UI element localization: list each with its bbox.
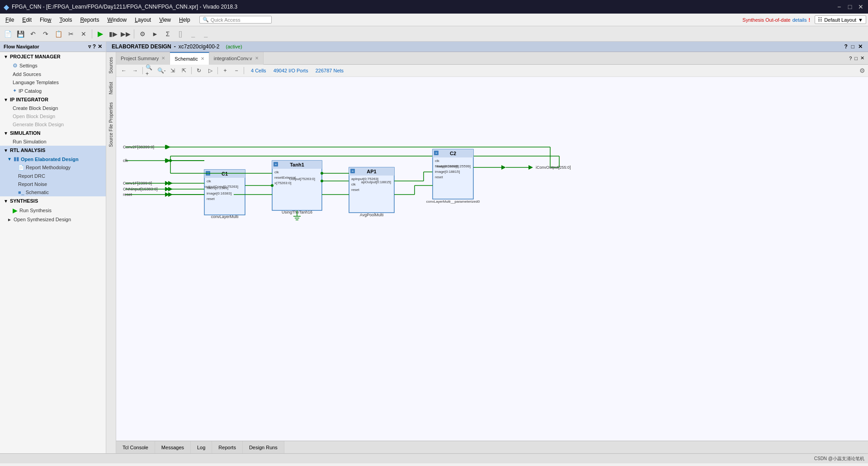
design-close-icon[interactable]: ✕ [858, 43, 863, 50]
svg-text:iConvOutput[255:0]: iConvOutput[255:0] [536, 165, 571, 170]
undo-button[interactable]: ↶ [27, 28, 39, 40]
menu-view[interactable]: View [156, 16, 175, 24]
tab-project-summary[interactable]: Project Summary ✕ [116, 52, 170, 65]
nav-pin-icon[interactable]: ▿ [88, 43, 91, 50]
program-button[interactable]: ► [149, 28, 161, 40]
cut-button[interactable]: ✂ [65, 28, 77, 40]
schematic-gear-btn[interactable]: ⚙ [859, 67, 865, 74]
nav-create-block-design[interactable]: Create Block Design [0, 104, 106, 112]
nav-report-methodology[interactable]: 📄 Report Methodology [0, 163, 106, 172]
sch-zoom-out-btn[interactable]: 🔍- [156, 66, 166, 76]
search-box[interactable]: 🔍 Quick Access [199, 16, 272, 24]
section-rtl-label: RTL ANALYSIS [10, 147, 45, 153]
bottom-tab-reports[interactable]: Reports [212, 441, 243, 454]
nav-settings[interactable]: ⚙ Settings [0, 61, 106, 70]
tab-close-icon[interactable]: ✕ [860, 55, 864, 61]
nav-open-block-design[interactable]: Open Block Design [0, 112, 106, 120]
menu-tools[interactable]: Tools [56, 16, 75, 24]
tab-schematic-close[interactable]: ✕ [201, 56, 204, 61]
nav-report-drc[interactable]: Report DRC [0, 172, 106, 180]
warning-text: Synthesis Out-of-date [742, 17, 790, 23]
vtab-sources[interactable]: Sources [107, 54, 115, 77]
sch-fit-btn[interactable]: ⇲ [168, 66, 178, 76]
sch-back-btn[interactable]: ← [119, 66, 129, 76]
menu-help[interactable]: Help [175, 16, 194, 24]
section-synth-label: SYNTHESIS [10, 198, 38, 204]
bottom-tab-reports-label: Reports [218, 445, 236, 450]
step-button[interactable]: ▮▶ [107, 28, 119, 40]
nav-add-sources[interactable]: Add Sources [0, 70, 106, 78]
menu-reports[interactable]: Reports [76, 16, 103, 24]
nav-help-icon[interactable]: ? [93, 43, 96, 50]
run-button[interactable]: ▶ [94, 28, 106, 40]
stat-cells[interactable]: 4 Cells [251, 68, 266, 73]
tab-schematic[interactable]: Schematic ✕ [170, 52, 209, 65]
stat-nets[interactable]: 226787 Nets [316, 68, 344, 73]
menu-layout[interactable]: Layout [131, 16, 155, 24]
section-project-manager[interactable]: ▼ PROJECT MANAGER [0, 52, 106, 61]
maximize-button[interactable]: □ [846, 3, 854, 10]
tab-expand-icon[interactable]: □ [854, 56, 858, 61]
minimize-button[interactable]: − [835, 3, 843, 10]
nav-ip-catalog[interactable]: ✦ IP Catalog [0, 86, 106, 95]
sch-forward-btn[interactable]: → [130, 66, 140, 76]
sch-expand-btn[interactable]: ⇱ [179, 66, 189, 76]
redo-button[interactable]: ↷ [40, 28, 52, 40]
run-synthesis-icon: ▶ [13, 207, 18, 214]
nav-run-synthesis-label: Run Synthesis [19, 208, 52, 213]
content-area: Sources Netlist Source File Properties P… [106, 52, 868, 453]
tab-integrationconv[interactable]: integrationConv.v ✕ [209, 52, 264, 65]
bottom-tab-messages[interactable]: Messages [155, 441, 191, 454]
section-ip-integrator[interactable]: ▼ IP INTEGRATOR [0, 95, 106, 104]
delete-button[interactable]: ✕ [78, 28, 90, 40]
menu-file[interactable]: File [2, 16, 18, 24]
new-button[interactable]: 📄 [2, 28, 14, 40]
tcl-button[interactable]: [] [175, 28, 186, 40]
schematic-canvas[interactable]: C1 + clk filters[0:2399] image[0:16383] … [116, 77, 868, 441]
layout-dropdown[interactable]: ☷ Default Layout ▼ [815, 15, 866, 24]
tab-help-icon[interactable]: ? [849, 56, 852, 61]
sigma-button[interactable]: Σ [162, 28, 174, 40]
section-rtl-analysis[interactable]: ▼ RTL ANALYSIS [0, 146, 106, 155]
nav-report-noise[interactable]: Report Noise [0, 180, 106, 188]
sch-refresh-btn[interactable]: ↻ [194, 66, 204, 76]
section-synthesis[interactable]: ▼ SYNTHESIS [0, 196, 106, 205]
stat-ports[interactable]: 49042 I/O Ports [274, 68, 308, 73]
tab-integrationconv-close[interactable]: ✕ [255, 56, 259, 61]
step-over-button[interactable]: ▶▶ [120, 28, 132, 40]
nav-language-templates[interactable]: Language Templates [0, 78, 106, 86]
sch-add-btn[interactable]: + [220, 66, 230, 76]
sch-minus-btn[interactable]: − [231, 66, 241, 76]
sch-nav-btn[interactable]: ▷ [205, 66, 215, 76]
design-help-icon[interactable]: ? [844, 43, 847, 50]
details-link[interactable]: details [793, 17, 807, 23]
nav-run-simulation[interactable]: Run Simulation [0, 138, 106, 146]
generate-button[interactable]: ⚙ [137, 28, 148, 40]
sch-zoom-in-btn[interactable]: 🔍+ [145, 66, 155, 76]
svg-text:convLayerMulti__parameterized0: convLayerMulti__parameterized0 [426, 200, 480, 204]
nav-open-elaborated-design[interactable]: ▼ ▮▮ Open Elaborated Design [0, 155, 106, 163]
svg-text:Conv2F[38399:0]: Conv2F[38399:0] [123, 145, 154, 149]
save-button[interactable]: 💾 [14, 28, 26, 40]
nav-close-icon[interactable]: ✕ [98, 43, 102, 50]
section-simulation[interactable]: ▼ SIMULATION [0, 128, 106, 138]
more-btn2[interactable]: ⎯ [200, 28, 212, 40]
vtab-source-file-props[interactable]: Source File Properties [107, 99, 115, 150]
copy-button[interactable]: 📋 [52, 28, 64, 40]
menu-edit[interactable]: Edit [19, 16, 35, 24]
bottom-tab-design-runs[interactable]: Design Runs [243, 441, 284, 454]
tab-project-summary-close[interactable]: ✕ [161, 56, 165, 61]
bottom-tab-log[interactable]: Log [191, 441, 212, 454]
bottom-tab-tcl-console[interactable]: Tcl Console [116, 441, 155, 454]
close-button[interactable]: ✕ [857, 3, 864, 10]
nav-open-synthesized-design[interactable]: ► Open Synthesized Design [0, 215, 106, 223]
more-btn1[interactable]: ⎯ [187, 28, 199, 40]
design-expand-icon[interactable]: □ [851, 43, 854, 50]
nav-generate-block-design[interactable]: Generate Block Design [0, 120, 106, 128]
nav-run-synthesis[interactable]: ▶ Run Synthesis [0, 205, 106, 215]
nav-schematic[interactable]: ■⎯ Schematic [0, 188, 106, 196]
menu-flow[interactable]: Flow [36, 16, 55, 24]
svg-text:reset: reset [351, 188, 360, 192]
menu-window[interactable]: Window [104, 16, 130, 24]
vtab-netlist[interactable]: Netlist [107, 79, 115, 98]
